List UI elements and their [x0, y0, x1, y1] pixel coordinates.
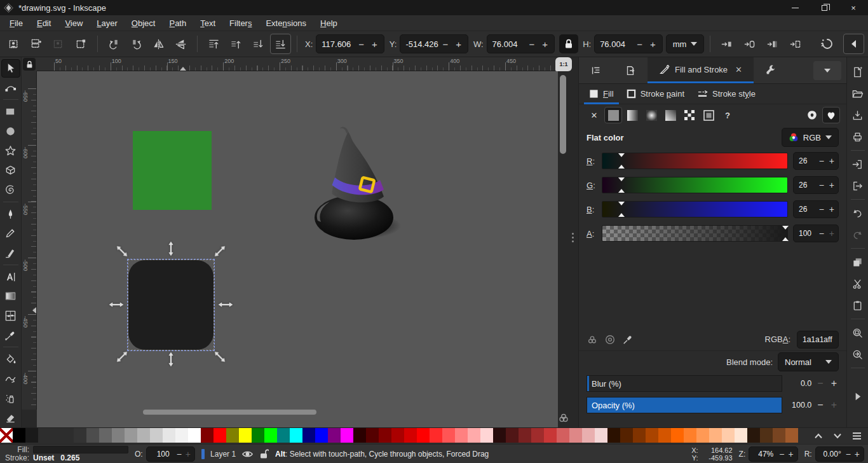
object-opacity-spinner[interactable]: 100 − +	[146, 446, 195, 462]
menu-view[interactable]: View	[58, 17, 90, 29]
horizontal-scrollbar-thumb[interactable]	[143, 410, 316, 415]
vertical-scrollbar-thumb[interactable]	[560, 75, 566, 154]
tool-gradient[interactable]	[1, 287, 20, 305]
opacity-increment[interactable]: +	[829, 399, 839, 411]
quick-zoom-badge[interactable]: 1:1	[555, 57, 572, 71]
palette-swatch[interactable]	[264, 428, 277, 443]
palette-swatch[interactable]	[582, 428, 595, 443]
tool-box-3d[interactable]	[1, 161, 20, 179]
lower-button[interactable]	[248, 34, 269, 54]
x-field[interactable]: 117.606 − +	[316, 34, 384, 53]
palette-swatch[interactable]	[150, 428, 163, 443]
layer-visibility-eye-icon[interactable]	[241, 449, 254, 459]
palette-swatch[interactable]	[747, 428, 760, 443]
palette-swatch[interactable]	[99, 428, 112, 443]
palette-swatch[interactable]	[188, 428, 201, 443]
palette-swatch[interactable]	[607, 428, 620, 443]
tool-node-editor[interactable]	[1, 79, 20, 97]
palette-swatch[interactable]	[442, 428, 455, 443]
vertical-scrollbar[interactable]	[559, 73, 567, 408]
tab-stroke-paint[interactable]: Stroke paint	[621, 86, 689, 102]
palette-scroll-up-button[interactable]	[810, 429, 827, 443]
palette-swatch[interactable]	[722, 428, 735, 443]
palette-swatch[interactable]	[252, 428, 264, 443]
green-value-spinner[interactable]: 26−+	[793, 176, 839, 194]
collapse-toolbar-button[interactable]	[843, 34, 864, 54]
lower-to-bottom-button[interactable]	[270, 34, 291, 54]
palette-swatch[interactable]	[455, 428, 468, 443]
horizontal-scrollbar[interactable]	[37, 407, 558, 417]
tool-mesh-gradient[interactable]	[1, 307, 20, 325]
palette-swatch[interactable]	[633, 428, 646, 443]
preferences-panel-tab[interactable]	[754, 57, 788, 83]
zoom-selection-button[interactable]	[849, 324, 867, 342]
vertical-ruler[interactable]: -650-600-550-500-450-400	[22, 71, 37, 410]
tool-pencil[interactable]	[1, 224, 20, 242]
palette-swatch[interactable]	[379, 428, 391, 443]
undo-button[interactable]	[849, 204, 867, 222]
paint-none-button[interactable]: ✕	[585, 107, 603, 123]
stroke-value[interactable]: Unset	[33, 453, 54, 462]
palette-swatch[interactable]	[544, 428, 557, 443]
tool-spray[interactable]	[1, 389, 20, 408]
palette-scroll-down-button[interactable]	[829, 429, 846, 443]
h-field[interactable]: 76.004 − +	[594, 34, 663, 53]
palette-swatch[interactable]	[785, 428, 798, 443]
tool-rectangle[interactable]	[1, 102, 20, 121]
palette-swatch[interactable]	[595, 428, 607, 443]
deselect-button[interactable]	[48, 34, 69, 54]
zoom-drawing-button[interactable]	[849, 345, 867, 363]
y-increment[interactable]: +	[452, 39, 465, 49]
blur-increment[interactable]: +	[829, 378, 839, 389]
open-button[interactable]	[849, 85, 867, 102]
green-slider[interactable]	[602, 177, 788, 193]
opacity-minus[interactable]: −	[175, 449, 184, 459]
alpha-value-spinner[interactable]: 100−+	[793, 225, 839, 242]
palette-swatch[interactable]	[175, 428, 188, 443]
w-decrement[interactable]: −	[526, 39, 539, 49]
select-all-layers-button[interactable]	[26, 34, 47, 54]
dock-resize-handle[interactable]	[569, 228, 576, 247]
green-square-object[interactable]	[133, 131, 212, 210]
scale-stroke-button[interactable]	[716, 34, 737, 54]
palette-swatch[interactable]	[302, 428, 315, 443]
palette-swatch[interactable]	[773, 428, 785, 443]
close-dialog-icon[interactable]: ✕	[735, 65, 742, 74]
palette-swatch[interactable]	[519, 428, 531, 443]
palette-swatch[interactable]	[226, 428, 239, 443]
palette-swatch[interactable]	[277, 428, 290, 443]
palette-swatch[interactable]	[569, 428, 582, 443]
palette-swatch[interactable]	[760, 428, 773, 443]
blur-value[interactable]: 0.0	[786, 379, 811, 388]
fill-color-swatch[interactable]	[33, 446, 128, 453]
horizontal-ruler[interactable]: 50100150200250300350400450	[37, 57, 557, 71]
palette-swatch[interactable]	[735, 428, 747, 443]
rotation-minus[interactable]: −	[844, 449, 853, 459]
paint-radial-gradient-button[interactable]	[642, 107, 660, 123]
tool-calligraphy[interactable]	[1, 244, 20, 262]
palette-swatch[interactable]	[366, 428, 379, 443]
scale-handle-bottom-left[interactable]	[114, 349, 130, 364]
import-button[interactable]	[849, 155, 867, 173]
new-document-button[interactable]	[849, 63, 867, 81]
x-increment[interactable]: +	[368, 39, 381, 49]
fill-rule-evenodd-button[interactable]	[803, 107, 821, 123]
scale-handle-bottom-right[interactable]	[212, 349, 227, 364]
eyedropper-icon[interactable]	[622, 334, 634, 345]
tool-ellipse[interactable]	[1, 122, 20, 141]
opacity-plus[interactable]: +	[184, 449, 193, 459]
minimize-button[interactable]	[780, 0, 810, 15]
tool-tweak[interactable]	[1, 370, 20, 388]
select-all-button[interactable]	[4, 34, 25, 54]
blend-mode-dropdown[interactable]: Normal	[778, 352, 839, 371]
palette-swatch[interactable]	[13, 428, 25, 443]
palette-swatch[interactable]	[493, 428, 506, 443]
rotation-spinner[interactable]: 0.00° − +	[815, 446, 864, 462]
palette-swatch[interactable]	[658, 428, 671, 443]
tool-text[interactable]	[1, 268, 20, 286]
opacity-slider[interactable]: Opacity (%)	[587, 397, 782, 413]
palette-swatch[interactable]	[417, 428, 430, 443]
palette-swatch[interactable]	[391, 428, 404, 443]
y-decrement[interactable]: −	[438, 39, 452, 49]
zoom-plus[interactable]: +	[786, 449, 795, 459]
